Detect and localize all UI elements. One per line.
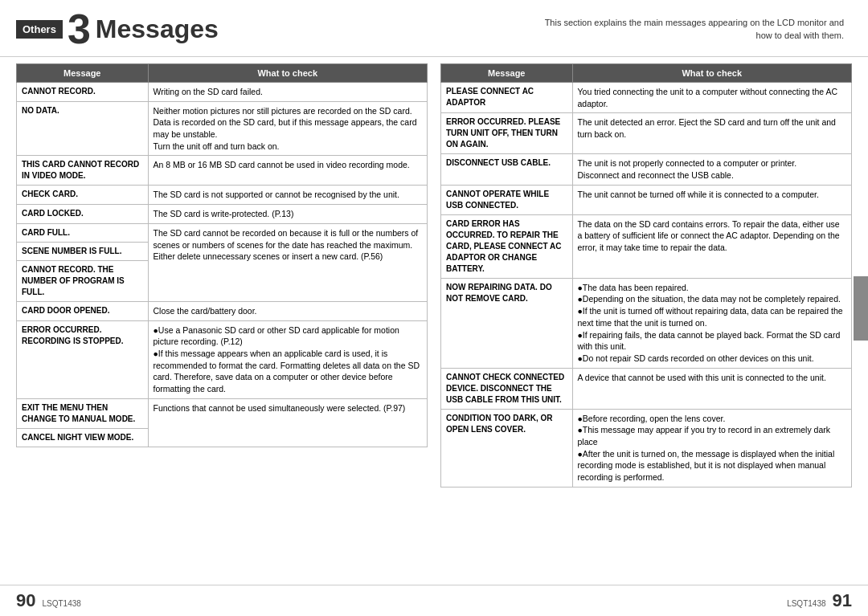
- check-cell: The unit detected an error. Eject the SD…: [572, 113, 851, 154]
- header-description: This section explains the main messages …: [545, 16, 844, 43]
- msg-cell: EXIT THE MENU THEN CHANGE TO MANUAL MODE…: [17, 398, 149, 428]
- msg-cell: CARD DOOR OPENED.: [17, 301, 149, 320]
- check-cell: ●Use a Panasonic SD card or other SD car…: [148, 320, 427, 398]
- header-left: Others 3 Messages: [16, 8, 219, 50]
- others-label: Others: [16, 20, 63, 39]
- footer-left: 90 LSQT1438: [16, 590, 81, 611]
- footer-right: LSQT1438 91: [787, 590, 852, 611]
- table-row: CARD DOOR OPENED. Close the card/battery…: [17, 301, 428, 320]
- right-tab: [854, 276, 868, 341]
- check-cell: A device that cannot be used with this u…: [572, 368, 851, 409]
- table-row: PLEASE CONNECT AC ADAPTOR You tried conn…: [441, 83, 852, 113]
- check-cell: An 8 MB or 16 MB SD card cannot be used …: [148, 156, 427, 186]
- page-number-right: 91: [833, 590, 852, 611]
- msg-cell: NOW REPAIRING DATA. DO NOT REMOVE CARD.: [441, 278, 573, 368]
- msg-cell: CONDITION TOO DARK, OR OPEN LENS COVER.: [441, 409, 573, 487]
- chapter-number: 3: [68, 8, 91, 50]
- table-row: CHECK CARD. The SD card is not supported…: [17, 186, 428, 205]
- check-cell: The SD card cannot be recorded on becaus…: [148, 223, 427, 301]
- check-cell: The data on the SD card contains errors.…: [572, 214, 851, 278]
- check-cell: The SD card is write-protected. (P.13): [148, 205, 427, 224]
- table-row: ERROR OCCURRED. PLEASE TURN UNIT OFF, TH…: [441, 113, 852, 154]
- doc-code-right: LSQT1438: [787, 599, 825, 608]
- msg-cell: ERROR OCCURRED. PLEASE TURN UNIT OFF, TH…: [441, 113, 573, 154]
- msg-cell: NO DATA.: [17, 101, 149, 156]
- right-col-check: What to check: [572, 64, 851, 83]
- page-number-left: 90: [16, 590, 35, 611]
- table-row: EXIT THE MENU THEN CHANGE TO MANUAL MODE…: [17, 398, 428, 428]
- msg-cell: CARD FULL.: [17, 223, 149, 242]
- table-row: CARD FULL. The SD card cannot be recorde…: [17, 223, 428, 242]
- msg-cell: CARD LOCKED.: [17, 205, 149, 224]
- right-table: Message What to check PLEASE CONNECT AC …: [440, 63, 852, 487]
- msg-cell: CANNOT CHECK CONNECTED DEVICE. DISCONNEC…: [441, 368, 573, 409]
- check-cell: Neither motion pictures nor still pictur…: [148, 101, 427, 156]
- check-cell: The SD card is not supported or cannot b…: [148, 186, 427, 205]
- left-col-message: Message: [17, 64, 149, 83]
- msg-cell: ERROR OCCURRED. RECORDING IS STOPPED.: [17, 320, 149, 398]
- msg-cell: SCENE NUMBER IS FULL.: [17, 242, 149, 260]
- msg-cell: CHECK CARD.: [17, 186, 149, 205]
- msg-cell: CARD ERROR HAS OCCURRED. TO REPAIR THE C…: [441, 214, 573, 278]
- right-table-section: Message What to check PLEASE CONNECT AC …: [440, 63, 852, 578]
- footer: 90 LSQT1438 LSQT1438 91: [0, 585, 868, 616]
- page-container: Others 3 Messages This section explains …: [0, 0, 868, 616]
- left-col-check: What to check: [148, 64, 427, 83]
- doc-code-left: LSQT1438: [42, 599, 80, 608]
- msg-cell: CANCEL NIGHT VIEW MODE.: [17, 428, 149, 447]
- check-cell: The unit is not properly connected to a …: [572, 154, 851, 185]
- msg-cell: CANNOT RECORD.: [17, 83, 149, 102]
- table-row: CANNOT CHECK CONNECTED DEVICE. DISCONNEC…: [441, 368, 852, 409]
- table-row: ERROR OCCURRED. RECORDING IS STOPPED. ●U…: [17, 320, 428, 398]
- table-row: CARD ERROR HAS OCCURRED. TO REPAIR THE C…: [441, 214, 852, 278]
- check-cell: Close the card/battery door.: [148, 301, 427, 320]
- check-cell: The unit cannot be turned off while it i…: [572, 185, 851, 214]
- table-row: CONDITION TOO DARK, OR OPEN LENS COVER. …: [441, 409, 852, 487]
- table-row: THIS CARD CANNOT RECORD IN VIDEO MODE. A…: [17, 156, 428, 186]
- check-cell: ●The data has been repaired.●Depending o…: [572, 278, 851, 368]
- right-col-message: Message: [441, 64, 573, 83]
- table-row: CARD LOCKED. The SD card is write-protec…: [17, 205, 428, 224]
- table-row: NO DATA. Neither motion pictures nor sti…: [17, 101, 428, 156]
- table-row: CANNOT OPERATE WHILE USB CONNECTED. The …: [441, 185, 852, 214]
- msg-cell: CANNOT OPERATE WHILE USB CONNECTED.: [441, 185, 573, 214]
- check-cell: You tried connecting the unit to a compu…: [572, 83, 851, 113]
- header: Others 3 Messages This section explains …: [0, 0, 868, 57]
- page-title: Messages: [96, 14, 219, 44]
- left-table-section: Message What to check CANNOT RECORD. Wri…: [16, 63, 428, 578]
- msg-cell: PLEASE CONNECT AC ADAPTOR: [441, 83, 573, 113]
- left-table: Message What to check CANNOT RECORD. Wri…: [16, 63, 428, 447]
- table-row: NOW REPAIRING DATA. DO NOT REMOVE CARD. …: [441, 278, 852, 368]
- check-cell: Writing on the SD card failed.: [148, 83, 427, 102]
- check-cell: Functions that cannot be used simultaneo…: [148, 398, 427, 447]
- table-row: DISCONNECT USB CABLE. The unit is not pr…: [441, 154, 852, 185]
- main-content: Message What to check CANNOT RECORD. Wri…: [0, 57, 868, 585]
- msg-cell: DISCONNECT USB CABLE.: [441, 154, 573, 185]
- msg-cell: CANNOT RECORD. THE NUMBER OF PROGRAM IS …: [17, 260, 149, 301]
- msg-cell: THIS CARD CANNOT RECORD IN VIDEO MODE.: [17, 156, 149, 186]
- check-cell: ●Before recording, open the lens cover.●…: [572, 409, 851, 487]
- table-row: CANNOT RECORD. Writing on the SD card fa…: [17, 83, 428, 102]
